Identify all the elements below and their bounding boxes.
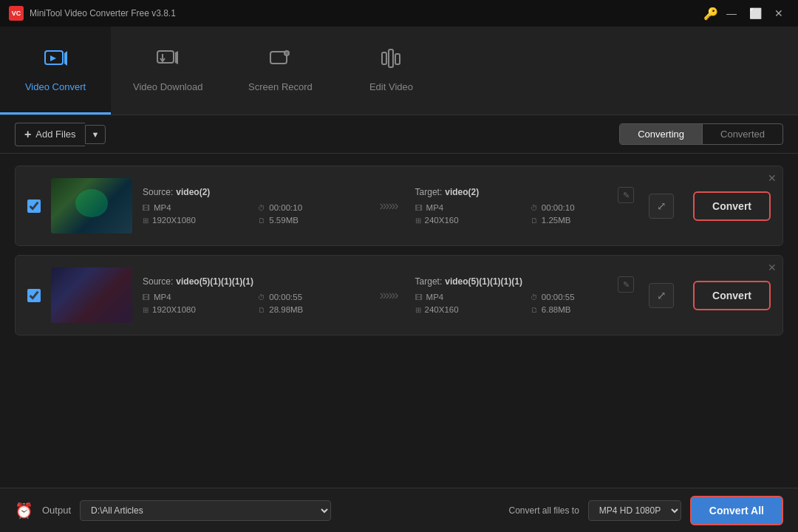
film-icon-2: 🎞 (143, 293, 150, 301)
minimize-button[interactable]: — (721, 4, 742, 22)
res-icon-1: ⊞ (143, 216, 149, 225)
video-card-2: Source: video(5)(1)(1)(1)(1) 🎞 MP4 ⏱ 00:… (15, 255, 783, 335)
video-2-thumbnail (51, 267, 132, 323)
target-1-format-val: MP4 (426, 203, 444, 212)
thumbnail-image-1 (51, 178, 132, 233)
film-icon-t1: 🎞 (415, 204, 423, 212)
res-icon-2: ⊞ (143, 306, 149, 314)
source-2-label: Source: (143, 276, 173, 287)
source-2-header: Source: video(5)(1)(1)(1)(1) (143, 276, 362, 287)
video-2-source: Source: video(5)(1)(1)(1)(1) 🎞 MP4 ⏱ 00:… (143, 276, 362, 314)
source-1-name: video(2) (176, 187, 210, 197)
video-2-target: ✎ Target: video(5)(1)(1)(1)(1) 🎞 MP4 ⏱ 0… (415, 276, 635, 314)
tab-screen-record[interactable]: Screen Record (225, 27, 335, 115)
source-2-format: 🎞 MP4 (143, 293, 246, 301)
size-icon-1: 🗋 (258, 216, 265, 225)
target-2-format-val: MP4 (426, 293, 444, 301)
video-download-icon (156, 47, 180, 75)
title-bar: VC MiniTool Video Converter Free v3.8.1 … (0, 0, 798, 27)
close-card-2-button[interactable]: ✕ (768, 262, 777, 273)
arrow-1: »»» (372, 198, 405, 214)
video-1-target: ✎ Target: video(2) 🎞 MP4 ⏱ 00:00:10 ⊞ 24… (415, 187, 635, 225)
video-2-checkbox[interactable] (27, 289, 41, 302)
convert-1-button[interactable]: Convert (693, 191, 771, 221)
source-2-duration-val: 00:00:55 (269, 293, 302, 301)
source-2-res-val: 1920X1080 (152, 305, 196, 314)
close-button[interactable]: ✕ (768, 4, 789, 22)
arrow-icon-2: »»» (380, 287, 398, 303)
screen-record-icon (268, 47, 292, 75)
add-files-button[interactable]: + Add Files ▼ (15, 123, 106, 146)
close-card-1-button[interactable]: ✕ (768, 172, 777, 184)
key-icon[interactable]: 🔑 (703, 7, 718, 21)
resize-1-button[interactable]: ⤢ (649, 194, 674, 219)
thumbnail-image-2 (51, 267, 132, 323)
video-1-source: Source: video(2) 🎞 MP4 ⏱ 00:00:10 ⊞ 1920… (143, 187, 362, 225)
svg-point-7 (285, 52, 288, 55)
source-1-header: Source: video(2) (143, 187, 362, 197)
app-title: MiniTool Video Converter Free v3.8.1 (30, 8, 176, 18)
converted-tab[interactable]: Converted (702, 124, 782, 144)
svg-marker-1 (64, 51, 67, 66)
source-1-duration-val: 00:00:10 (269, 203, 302, 212)
converting-tab[interactable]: Converting (620, 124, 702, 144)
source-1-res-val: 1920X1080 (152, 216, 196, 225)
schedule-icon: ⏰ (15, 502, 33, 519)
format-select[interactable]: MP4 HD 1080P (588, 500, 681, 521)
edit-video-icon (379, 47, 403, 75)
source-1-size: 🗋 5.59MB (258, 216, 361, 225)
convert-all-files-label: Convert all files to (508, 505, 579, 516)
svg-rect-8 (382, 52, 386, 64)
target-2-resolution: ⊞ 240X160 (415, 305, 519, 314)
add-files-dropdown[interactable]: ▼ (85, 125, 106, 144)
video-convert-icon (44, 47, 67, 75)
add-files-main[interactable]: + Add Files (15, 123, 85, 146)
source-1-resolution: ⊞ 1920X1080 (143, 216, 246, 225)
target-2-res-val: 240X160 (425, 305, 459, 314)
clock-icon-1: ⏱ (258, 204, 265, 212)
target-1-header: Target: video(2) (415, 187, 635, 197)
convert-2-button[interactable]: Convert (693, 281, 771, 310)
source-2-size-val: 28.98MB (269, 305, 303, 314)
target-2-header: Target: video(5)(1)(1)(1)(1) (415, 276, 635, 287)
toolbar: + Add Files ▼ Converting Converted (0, 115, 798, 154)
content-area: Source: video(2) 🎞 MP4 ⏱ 00:00:10 ⊞ 1920… (0, 154, 798, 356)
svg-marker-3 (175, 51, 178, 64)
tab-video-download[interactable]: Video Download (111, 27, 225, 115)
plus-icon: + (24, 128, 31, 141)
source-2-duration: ⏱ 00:00:55 (258, 293, 361, 301)
target-2-duration: ⏱ 00:00:55 (531, 293, 634, 301)
source-2-resolution: ⊞ 1920X1080 (143, 305, 246, 314)
clock-icon-t2: ⏱ (531, 293, 538, 301)
tab-screen-record-label: Screen Record (248, 81, 313, 92)
target-2-name: video(5)(1)(1)(1)(1) (445, 276, 522, 287)
source-1-label: Source: (143, 187, 173, 197)
target-1-edit-button[interactable]: ✎ (618, 187, 634, 203)
tab-video-convert[interactable]: Video Convert (0, 27, 111, 115)
film-icon-1: 🎞 (143, 204, 150, 212)
target-1-duration: ⏱ 00:00:10 (531, 203, 634, 212)
source-1-size-val: 5.59MB (269, 216, 299, 225)
tab-edit-video-label: Edit Video (369, 81, 413, 92)
target-2-edit-button[interactable]: ✎ (618, 276, 634, 293)
size-icon-t2: 🗋 (531, 306, 538, 314)
maximize-button[interactable]: ⬜ (745, 4, 765, 22)
source-2-name: video(5)(1)(1)(1)(1) (176, 276, 253, 287)
output-label: Output (42, 505, 71, 516)
convert-all-button[interactable]: Convert All (690, 496, 783, 525)
source-1-format-val: MP4 (154, 203, 171, 212)
target-2-size: 🗋 6.88MB (531, 305, 634, 314)
video-card-1: Source: video(2) 🎞 MP4 ⏱ 00:00:10 ⊞ 1920… (15, 166, 783, 246)
film-icon-t2: 🎞 (415, 293, 423, 301)
target-1-res-val: 240X160 (425, 216, 459, 225)
target-2-size-val: 6.88MB (542, 305, 571, 314)
source-1-format: 🎞 MP4 (143, 203, 246, 212)
tab-edit-video[interactable]: Edit Video (335, 27, 446, 115)
source-2-format-val: MP4 (154, 293, 171, 301)
output-path-select[interactable]: D:\All Articles (80, 500, 331, 521)
svg-rect-9 (389, 50, 393, 67)
video-1-checkbox[interactable] (27, 200, 41, 213)
convert-all-section: Convert all files to MP4 HD 1080P Conver… (508, 496, 783, 525)
resize-2-button[interactable]: ⤢ (649, 283, 674, 308)
target-1-duration-val: 00:00:10 (542, 203, 575, 212)
